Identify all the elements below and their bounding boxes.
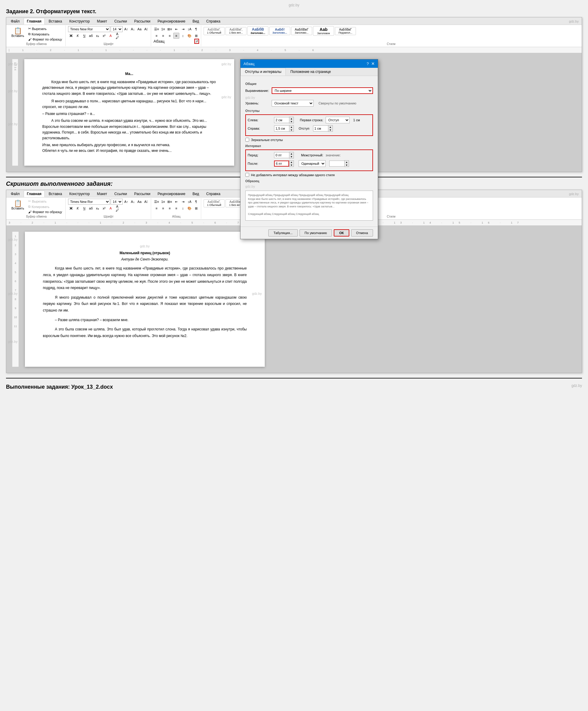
multilevel-button[interactable]: ⊞≡: [167, 26, 173, 32]
after-spin-down[interactable]: ▼: [289, 164, 294, 167]
tab-button[interactable]: Табуляция...: [268, 229, 298, 237]
align-justify-button[interactable]: ≡: [173, 33, 179, 39]
tab2-help[interactable]: Справка: [203, 191, 224, 197]
style-title[interactable]: Ааb Заголовок: [313, 26, 334, 36]
tab-home[interactable]: Главная: [24, 18, 45, 25]
borders-button[interactable]: ⊞: [193, 33, 199, 39]
font-grow-button[interactable]: A↑: [123, 26, 129, 32]
clear-format-button-2[interactable]: A⃝: [143, 199, 149, 205]
tab2-file[interactable]: Файл: [7, 191, 23, 197]
cut-button-2[interactable]: ✂ Вырезать: [27, 199, 64, 204]
format-painter-button[interactable]: 🖌 Формат по образцу: [27, 37, 64, 42]
bold-button[interactable]: Ж: [68, 33, 74, 39]
underline-button[interactable]: Ч: [81, 33, 87, 39]
before-spin-up[interactable]: ▲: [289, 152, 294, 155]
style-heading3[interactable]: АаБбВвГ Заголово...: [291, 27, 312, 35]
font-name-select[interactable]: Times New Ror: [68, 26, 110, 32]
font-shrink-button-2[interactable]: A↓: [130, 199, 136, 205]
left-spin-up[interactable]: ▲: [289, 117, 294, 120]
tab-review[interactable]: Рецензирование: [154, 18, 188, 25]
cancel-button[interactable]: Отмена: [351, 229, 373, 237]
after-input[interactable]: [274, 160, 289, 167]
style-subtitle[interactable]: АаБбВвГ Подзагол...: [335, 27, 356, 35]
right-spin-up[interactable]: ▲: [289, 126, 294, 128]
dialog-tab-indent[interactable]: Отступы и интервалы: [241, 68, 286, 76]
no-add-interval-checkbox[interactable]: [245, 173, 249, 177]
tab2-view[interactable]: Вид: [189, 191, 202, 197]
italic-button-2[interactable]: К: [75, 205, 81, 211]
subscript-button-2[interactable]: х₂: [94, 205, 100, 211]
copy-button[interactable]: ⧉ Копировать: [27, 31, 64, 37]
first-line-select[interactable]: Отступ Нет Выступ: [326, 117, 349, 123]
shading-button-2[interactable]: 🎨: [186, 205, 193, 211]
right-indent-input[interactable]: [274, 126, 289, 131]
tab2-review[interactable]: Рецензирование: [154, 191, 188, 197]
right-spin-down[interactable]: ▼: [289, 128, 294, 131]
font-color-button-2[interactable]: A: [108, 205, 114, 211]
spacing-value-input[interactable]: [329, 160, 344, 167]
highlight-button[interactable]: A🖊: [114, 33, 120, 39]
style-no-interval[interactable]: АаБбВвГ, 1 Без инт...: [225, 27, 247, 35]
font-size-select-2[interactable]: 14: [111, 199, 122, 205]
clear-format-button[interactable]: A⃝: [143, 26, 149, 32]
tab2-constructor[interactable]: Конструктор: [66, 191, 93, 197]
tab-insert[interactable]: Вставка: [45, 18, 65, 25]
strikethrough-button[interactable]: аб: [88, 33, 94, 39]
indent-type-spin-up[interactable]: ▲: [328, 126, 333, 128]
dialog-close-button[interactable]: ✕: [371, 61, 375, 66]
align-center-button[interactable]: ≡: [160, 33, 166, 39]
underline-button-2[interactable]: Ч: [81, 205, 87, 211]
indent-increase-button[interactable]: ⇥: [180, 26, 186, 32]
indent-decrease-button[interactable]: ⇤: [173, 26, 179, 32]
change-case-button[interactable]: Aa: [136, 26, 142, 32]
line-spacing-select[interactable]: Одинарный Полуторный Двойной Минимум Точ…: [299, 160, 326, 167]
spacing-spin-up[interactable]: ▲: [344, 160, 349, 164]
indent-type-input[interactable]: [313, 126, 328, 131]
spacing-spin-down[interactable]: ▼: [344, 164, 349, 167]
subscript-button[interactable]: х₂: [94, 33, 100, 39]
font-size-select[interactable]: 14: [111, 26, 122, 32]
before-input[interactable]: [274, 152, 289, 158]
cut-button[interactable]: ✂ Вырезать: [27, 26, 64, 31]
tab-constructor[interactable]: Конструктор: [66, 18, 93, 25]
indent-decrease-button-2[interactable]: ⇤: [173, 199, 179, 205]
align-left-button-2[interactable]: ≡: [154, 205, 160, 211]
align-right-button-2[interactable]: ≡: [167, 205, 173, 211]
multilevel-button-2[interactable]: ⊞≡: [167, 199, 173, 205]
superscript-button-2[interactable]: х²: [101, 205, 107, 211]
superscript-button[interactable]: х²: [101, 33, 107, 39]
bullets-button[interactable]: ☰≡: [154, 26, 160, 32]
left-indent-input[interactable]: [274, 117, 289, 123]
strikethrough-button-2[interactable]: аб: [88, 205, 94, 211]
line-spacing-button[interactable]: ↕: [180, 33, 186, 39]
align-right-button[interactable]: ≡: [167, 33, 173, 39]
tab-mailings[interactable]: Рассылки: [131, 18, 154, 25]
show-marks-button-2[interactable]: ¶: [193, 199, 199, 205]
before-spin-down[interactable]: ▼: [289, 155, 294, 158]
change-case-button-2[interactable]: Aa: [136, 199, 142, 205]
align-center-button-2[interactable]: ≡: [160, 205, 166, 211]
after-spin-up[interactable]: ▲: [289, 160, 294, 164]
tab-help[interactable]: Справка: [203, 18, 224, 25]
tab-view[interactable]: Вид: [189, 18, 202, 25]
tab2-mailings[interactable]: Рассылки: [131, 191, 154, 197]
font-color-button[interactable]: A: [108, 33, 114, 39]
style-heading1[interactable]: АаБбВ Заголово...: [247, 26, 268, 36]
sort-button[interactable]: ↕A: [186, 26, 193, 32]
ok-button[interactable]: ОК: [334, 229, 349, 237]
copy-button-2[interactable]: ⧉ Копировать: [27, 204, 64, 209]
indent-type-spin-down[interactable]: ▼: [328, 128, 333, 131]
tab2-insert[interactable]: Вставка: [45, 191, 65, 197]
style-heading2[interactable]: АаБб! Заголово...: [269, 27, 290, 35]
dialog-tab-position[interactable]: Положение на странице: [286, 68, 335, 76]
numbering-button-2[interactable]: 1≡: [160, 199, 166, 205]
format-painter-button-2[interactable]: 🖌 Формат по образцу: [27, 210, 64, 214]
tab-layout[interactable]: Макет: [94, 18, 110, 25]
shading-button[interactable]: 🎨: [186, 33, 193, 39]
numbering-button[interactable]: 1≡: [160, 26, 166, 32]
sort-button-2[interactable]: ↕A: [186, 199, 193, 205]
level-select[interactable]: Основной текст: [272, 100, 314, 107]
tab-links[interactable]: Ссылки: [111, 18, 130, 25]
italic-button[interactable]: К: [75, 33, 81, 39]
font-grow-button-2[interactable]: A↑: [123, 199, 129, 205]
